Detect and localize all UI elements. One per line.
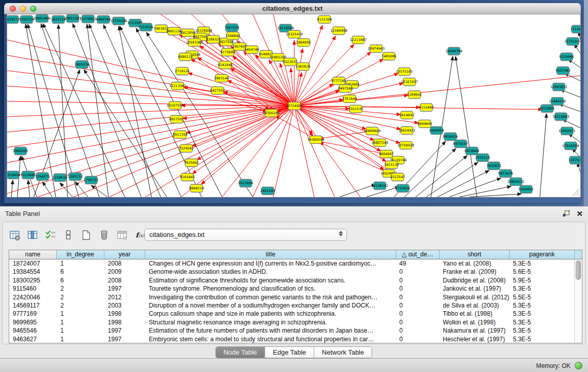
table-cell[interactable]: 19384554 — [9, 268, 57, 276]
yellow-node[interactable]: 13575165 — [396, 68, 412, 76]
table-cell[interactable]: 5.3E-5 — [509, 326, 574, 335]
teal-node[interactable]: 15751074 — [564, 38, 580, 46]
yellow-node[interactable]: 9175685 — [221, 49, 235, 56]
column-selection-icon[interactable] — [43, 228, 57, 242]
yellow-node[interactable]: 2718126 — [175, 68, 190, 75]
table-cell[interactable]: Yano et al. (2008) — [439, 259, 509, 268]
table-cell[interactable]: 9115460 — [9, 285, 57, 293]
table-cell[interactable]: 1997 — [104, 285, 145, 293]
black-edge[interactable] — [455, 56, 477, 197]
teal-node[interactable]: 17016504 — [562, 142, 579, 150]
table-cell[interactable]: 1997 — [104, 335, 145, 343]
yellow-node[interactable]: 9777169 — [332, 77, 346, 85]
black-edge[interactable] — [87, 24, 108, 197]
table-cell[interactable]: 2 — [57, 285, 104, 293]
teal-node[interactable]: 9227343 — [556, 67, 571, 75]
table-cell[interactable]: 18724007 — [9, 259, 57, 268]
teal-node[interactable]: 1505133 — [68, 173, 83, 181]
table-row[interactable]: 946362711997Embryonic stem cells: a mode… — [9, 335, 574, 343]
yellow-node[interactable]: 18724007 — [286, 102, 302, 110]
yellow-node[interactable]: 12213987 — [350, 36, 366, 44]
black-edge[interactable] — [404, 148, 456, 197]
yellow-node[interactable]: 18300295 — [263, 110, 279, 117]
black-edge[interactable] — [438, 170, 489, 197]
black-edge[interactable] — [60, 183, 73, 197]
black-edge[interactable] — [11, 180, 13, 197]
red-edge[interactable] — [145, 106, 294, 197]
table-cell[interactable]: de Silva et al. (2003) — [439, 301, 509, 310]
table-cell[interactable]: 2003 — [104, 301, 145, 310]
yellow-node[interactable]: 8131304 — [317, 16, 332, 24]
yellow-node[interactable]: 10107554 — [166, 102, 183, 110]
teal-node[interactable]: 7515526 — [139, 24, 154, 31]
yellow-node[interactable]: 18807249 — [371, 139, 388, 147]
table-cell[interactable]: Tibbo et al. (1998) — [439, 310, 509, 318]
yellow-node[interactable]: 16654923 — [398, 127, 415, 135]
table-mode-icon[interactable] — [8, 228, 21, 242]
teal-node[interactable]: 8466160 — [96, 16, 111, 24]
yellow-node[interactable]: 1164641 — [407, 91, 422, 99]
teal-node[interactable]: 12093872 — [550, 83, 567, 91]
table-cell[interactable]: 22420046 — [9, 293, 57, 301]
black-edge[interactable] — [540, 114, 547, 197]
yellow-node[interactable]: 9242848 — [218, 61, 233, 69]
table-cell[interactable]: 6 — [57, 276, 104, 285]
table-cell[interactable]: 0 — [396, 318, 439, 326]
table-row[interactable]: 977716911998Corpus callosum shape and si… — [9, 310, 574, 318]
yellow-node[interactable]: 1614641 — [400, 112, 415, 119]
teal-node[interactable]: 7632621 — [487, 162, 502, 170]
new-column-icon[interactable] — [79, 228, 93, 242]
teal-node[interactable]: 15892971 — [558, 127, 575, 135]
table-row[interactable]: 1830029562008Estimation of significance … — [9, 276, 574, 285]
black-edge[interactable] — [43, 24, 125, 197]
yellow-node[interactable]: 1615132 — [384, 161, 399, 169]
teal-node[interactable]: 1633114 — [51, 16, 66, 24]
table-cell[interactable]: 0 — [396, 310, 439, 318]
table-cell[interactable]: Genome-wide association studies in ADHD. — [145, 268, 396, 276]
column-header-in_degree[interactable]: in_degree — [57, 250, 104, 259]
table-scrollbar[interactable] — [574, 259, 582, 343]
black-edge[interactable] — [340, 184, 376, 197]
teal-node[interactable]: 8958924 — [443, 133, 458, 141]
red-edge[interactable] — [7, 106, 294, 147]
table-cell[interactable]: 1 — [57, 259, 104, 268]
yellow-node[interactable]: 1362626 — [296, 63, 311, 71]
teal-node[interactable]: 10719186 — [110, 17, 127, 25]
table-cell[interactable]: Embryonic stem cells: a model to study s… — [145, 335, 396, 343]
teal-node[interactable]: 9513954 — [238, 180, 253, 187]
teal-node[interactable]: 14136141 — [371, 182, 388, 190]
black-edge[interactable] — [136, 28, 222, 197]
table-cell[interactable]: 0 — [396, 293, 439, 301]
close-panel-icon[interactable]: ✕ — [576, 210, 583, 217]
yellow-node[interactable]: 9684067 — [379, 150, 394, 158]
tab-network-table[interactable]: Network Table — [314, 347, 372, 358]
table-cell[interactable]: 9463627 — [9, 335, 57, 343]
teal-node[interactable]: 2060505 — [13, 147, 28, 155]
yellow-node[interactable]: 8427552 — [210, 87, 225, 95]
table-cell[interactable]: Estimation of the future numbers of pati… — [145, 326, 396, 335]
yellow-node[interactable]: 9827507 — [169, 116, 184, 123]
table-cell[interactable]: Wolkin et al. (1998) — [439, 318, 509, 326]
teal-node[interactable]: 9245652 — [519, 186, 534, 193]
yellow-node[interactable]: 2522547 — [390, 173, 405, 181]
table-cell[interactable]: 5.3E-5 — [509, 259, 574, 268]
yellow-node[interactable]: 11548498 — [330, 27, 347, 35]
teal-node[interactable]: 15278021 — [79, 15, 96, 23]
table-cell[interactable]: 18300295 — [9, 276, 57, 285]
yellow-node[interactable]: 10688609 — [363, 127, 380, 135]
table-scrollbar-thumb[interactable] — [576, 260, 581, 280]
table-row[interactable]: 1872400712008Changes of HCN gene express… — [9, 259, 574, 268]
yellow-node[interactable]: 8511355 — [173, 131, 188, 139]
window-titlebar[interactable]: citations_edges.txt — [4, 3, 581, 14]
teal-node[interactable]: 7957224 — [225, 24, 239, 32]
teal-node[interactable]: 8471676 — [498, 170, 513, 178]
teal-node[interactable]: 16210643 — [552, 113, 569, 121]
table-cell[interactable]: 5.6E-5 — [509, 268, 574, 276]
table-cell[interactable]: 1998 — [104, 318, 145, 326]
yellow-node[interactable]: 9165443 — [180, 173, 195, 181]
network-canvas[interactable]: 9635572935572420691406163311410653287152… — [7, 14, 580, 197]
teal-node[interactable]: 1733426 — [396, 185, 410, 192]
table-cell[interactable]: Investigating the contribution of common… — [145, 293, 396, 301]
yellow-node[interactable]: 9601124 — [167, 28, 182, 35]
column-header-out_de[interactable]: △ out_de… — [396, 250, 440, 259]
